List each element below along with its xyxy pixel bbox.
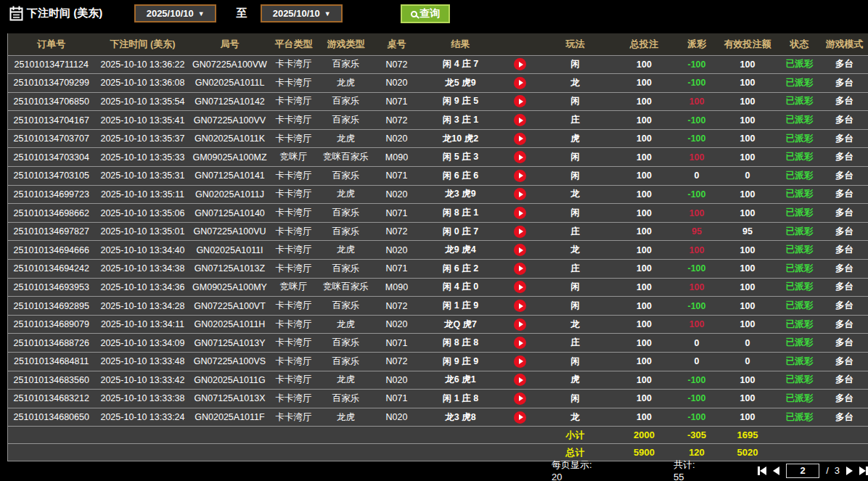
replay-cell [501,353,539,371]
game-mode-cell: 多台 [821,55,868,74]
play-icon[interactable] [514,374,526,386]
bet-method-cell: 龙 [539,315,612,334]
table-no-cell: N020 [374,371,420,390]
pagination-bar: 每页显示: 20 共计: 55 / 3 [0,461,868,480]
play-icon[interactable] [514,226,526,238]
platform-type-cell: 卡卡湾厅 [269,353,319,371]
play-icon[interactable] [514,170,526,182]
total-valid-bet: 5020 [717,444,779,461]
col-game-mode: 游戏模式 [821,33,868,55]
play-icon[interactable] [514,318,526,331]
round-no-cell: GN02025A1011L [191,74,269,93]
col-result: 结果 [420,33,501,55]
play-icon[interactable] [514,263,526,275]
game-type-cell: 百家乐 [319,222,374,241]
bet-time-cell: 2025-10-10 13:35:11 [95,185,191,204]
bet-time-cell: 2025-10-10 13:35:01 [95,222,191,241]
game-type-cell: 百家乐 [319,334,374,353]
play-icon[interactable] [514,114,526,126]
play-icon[interactable] [514,281,526,293]
play-icon[interactable] [514,133,526,145]
valid-bet-cell: 100 [717,129,779,148]
page-number-input[interactable] [786,464,819,478]
subtotal-total-bet: 2000 [612,427,677,444]
status-cell: 已派彩 [779,315,821,334]
platform-type-cell: 卡卡湾厅 [269,111,319,130]
play-icon[interactable] [514,151,526,163]
payout-cell: 95 [677,222,717,241]
col-bet-method: 玩法 [539,33,612,55]
last-page-button[interactable] [859,466,868,475]
table-no-cell: M090 [374,148,420,167]
total-count-text: 共计: 55 [673,459,707,481]
prev-page-button[interactable] [773,466,779,475]
last-page-icon [859,466,866,475]
payout-cell: -100 [677,390,717,408]
play-icon[interactable] [514,392,526,405]
next-page-button[interactable] [846,466,853,475]
valid-bet-cell: 100 [717,55,779,74]
table-no-cell: N071 [374,167,420,186]
total-bet-cell: 100 [612,260,677,279]
platform-type-cell: 卡卡湾厅 [269,408,319,427]
date-from-picker[interactable]: 2025/10/10 ▼ [134,4,216,22]
status-cell: 已派彩 [779,111,821,130]
table-row: 251010134711124 2025-10-10 13:36:22 GN07… [8,55,868,74]
payout-cell: -100 [677,111,717,130]
game-mode-cell: 多台 [821,315,868,334]
valid-bet-cell: 100 [717,204,779,223]
table-row: 251010134680650 2025-10-10 13:33:24 GN02… [8,408,868,427]
first-page-button[interactable] [758,466,766,475]
play-icon[interactable] [514,188,526,200]
replay-cell [501,74,539,93]
replay-cell [501,241,539,260]
table-row: 251010134694242 2025-10-10 13:34:38 GN07… [8,260,868,279]
prev-page-icon [773,466,779,475]
play-icon[interactable] [514,244,526,256]
valid-bet-cell: 100 [717,315,779,334]
play-icon[interactable] [514,300,526,312]
platform-type-cell: 卡卡湾厅 [269,260,319,279]
bet-time-cell: 2025-10-10 13:33:24 [95,408,191,427]
play-icon[interactable] [514,95,526,107]
table-row: 251010134703304 2025-10-10 13:35:33 GM09… [8,148,868,167]
bet-time-cell: 2025-10-10 13:34:36 [95,278,191,297]
order-no-cell: 251010134697827 [8,222,95,241]
result-cell: 龙Q 虎7 [420,315,501,334]
table-summary: 小计 2000 -305 1695 总计 5900 120 5020 [8,427,868,461]
col-payout: 派彩 [677,33,717,55]
play-icon[interactable] [514,411,526,424]
payout-cell: 100 [677,241,717,260]
table-row: 251010134703105 2025-10-10 13:35:31 GN07… [8,167,868,186]
order-no-cell: 251010134680650 [8,408,95,427]
query-button[interactable]: 查询 [401,4,450,23]
game-mode-cell: 多台 [821,222,868,241]
bet-time-cell: 2025-10-10 13:34:11 [95,315,191,334]
order-no-cell: 251010134692895 [8,297,95,316]
bet-time-cell: 2025-10-10 13:34:09 [95,334,191,353]
play-icon[interactable] [514,337,526,349]
date-to-picker[interactable]: 2025/10/10 ▼ [261,4,343,22]
total-bet-cell: 100 [612,222,677,241]
result-cell: 闲 0 庄 7 [420,222,501,241]
play-icon[interactable] [514,355,526,368]
game-type-cell: 百家乐 [319,390,374,408]
subtotal-payout: -305 [677,427,717,444]
result-cell: 龙10 虎2 [420,129,501,148]
play-icon[interactable] [514,58,526,70]
game-mode-cell: 多台 [821,390,868,408]
payout-cell: 0 [677,334,717,353]
round-no-cell: GN07125A10140 [191,204,269,223]
table-body: 251010134711124 2025-10-10 13:36:22 GN07… [8,55,868,427]
payout-cell: -100 [677,260,717,279]
pager: / 3 [758,464,868,478]
play-icon[interactable] [514,207,526,219]
game-type-cell: 百家乐 [319,92,374,111]
round-no-cell: GN02025A1011G [191,371,269,390]
play-icon[interactable] [514,77,526,89]
table-row: 251010134698662 2025-10-10 13:35:06 GN07… [8,204,868,223]
bet-time-cell: 2025-10-10 13:35:54 [95,92,191,111]
game-type-cell: 龙虎 [319,74,374,93]
table-no-cell: N020 [374,185,420,204]
payout-cell: 100 [677,278,717,297]
